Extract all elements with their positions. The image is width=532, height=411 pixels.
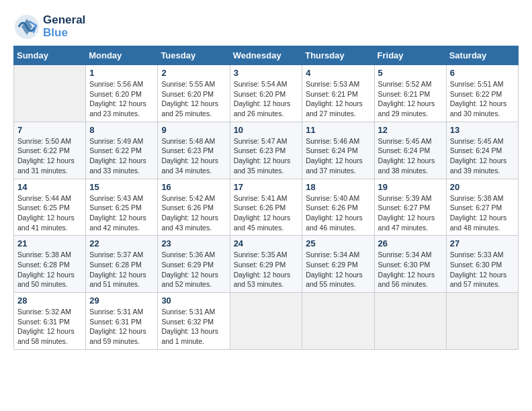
calendar-cell: 21Sunrise: 5:38 AM Sunset: 6:28 PM Dayli… — [14, 236, 86, 293]
calendar-cell: 2Sunrise: 5:55 AM Sunset: 6:20 PM Daylig… — [158, 65, 230, 122]
page-header: General Blue — [13, 13, 519, 40]
day-number: 13 — [450, 125, 515, 135]
calendar-cell — [14, 65, 86, 122]
day-info: Sunrise: 5:46 AM Sunset: 6:24 PM Dayligh… — [306, 136, 370, 176]
day-info: Sunrise: 5:31 AM Sunset: 6:31 PM Dayligh… — [89, 307, 154, 347]
day-info: Sunrise: 5:36 AM Sunset: 6:29 PM Dayligh… — [161, 250, 226, 289]
calendar-cell: 18Sunrise: 5:40 AM Sunset: 6:26 PM Dayli… — [302, 179, 374, 236]
calendar-cell — [230, 293, 302, 350]
calendar-cell: 4Sunrise: 5:53 AM Sunset: 6:21 PM Daylig… — [302, 65, 374, 122]
weekday-header: Wednesday — [230, 46, 302, 65]
day-number: 16 — [161, 182, 226, 192]
day-info: Sunrise: 5:44 AM Sunset: 6:25 PM Dayligh… — [17, 193, 82, 233]
day-info: Sunrise: 5:55 AM Sunset: 6:20 PM Dayligh… — [161, 79, 226, 119]
weekday-header: Tuesday — [158, 46, 230, 65]
day-info: Sunrise: 5:37 AM Sunset: 6:28 PM Dayligh… — [89, 250, 154, 289]
day-number: 19 — [378, 182, 443, 192]
calendar-cell: 27Sunrise: 5:33 AM Sunset: 6:30 PM Dayli… — [446, 236, 518, 293]
calendar-week-row: 21Sunrise: 5:38 AM Sunset: 6:28 PM Dayli… — [14, 236, 519, 293]
weekday-header: Monday — [86, 46, 158, 65]
calendar-cell — [446, 293, 518, 350]
day-info: Sunrise: 5:33 AM Sunset: 6:30 PM Dayligh… — [450, 250, 515, 289]
weekday-header: Saturday — [446, 46, 518, 65]
calendar-cell: 7Sunrise: 5:50 AM Sunset: 6:22 PM Daylig… — [14, 122, 86, 179]
day-number: 9 — [161, 125, 226, 135]
day-info: Sunrise: 5:54 AM Sunset: 6:20 PM Dayligh… — [234, 79, 299, 119]
day-number: 10 — [234, 125, 299, 135]
calendar-cell: 30Sunrise: 5:31 AM Sunset: 6:32 PM Dayli… — [158, 293, 230, 350]
weekday-header: Friday — [374, 46, 446, 65]
day-info: Sunrise: 5:45 AM Sunset: 6:24 PM Dayligh… — [378, 136, 443, 176]
day-number: 14 — [17, 182, 82, 192]
day-number: 30 — [161, 295, 226, 306]
day-info: Sunrise: 5:53 AM Sunset: 6:21 PM Dayligh… — [306, 79, 370, 119]
day-number: 26 — [378, 238, 443, 248]
calendar-cell: 1Sunrise: 5:56 AM Sunset: 6:20 PM Daylig… — [86, 65, 158, 122]
day-number: 20 — [450, 182, 515, 192]
calendar-cell: 17Sunrise: 5:41 AM Sunset: 6:26 PM Dayli… — [230, 179, 302, 236]
weekday-header: Thursday — [302, 46, 374, 65]
day-number: 28 — [17, 295, 82, 306]
logo-text-line2: Blue — [43, 27, 85, 40]
calendar-cell: 12Sunrise: 5:45 AM Sunset: 6:24 PM Dayli… — [374, 122, 446, 179]
day-info: Sunrise: 5:39 AM Sunset: 6:27 PM Dayligh… — [378, 193, 443, 233]
day-info: Sunrise: 5:48 AM Sunset: 6:23 PM Dayligh… — [161, 136, 226, 176]
calendar-cell: 5Sunrise: 5:52 AM Sunset: 6:21 PM Daylig… — [374, 65, 446, 122]
day-info: Sunrise: 5:38 AM Sunset: 6:27 PM Dayligh… — [450, 193, 515, 233]
calendar-cell: 22Sunrise: 5:37 AM Sunset: 6:28 PM Dayli… — [86, 236, 158, 293]
day-number: 6 — [450, 68, 515, 78]
calendar-cell: 20Sunrise: 5:38 AM Sunset: 6:27 PM Dayli… — [446, 179, 518, 236]
day-info: Sunrise: 5:45 AM Sunset: 6:24 PM Dayligh… — [450, 136, 515, 176]
day-info: Sunrise: 5:32 AM Sunset: 6:31 PM Dayligh… — [17, 307, 82, 347]
day-info: Sunrise: 5:40 AM Sunset: 6:26 PM Dayligh… — [306, 193, 370, 233]
calendar-cell: 26Sunrise: 5:34 AM Sunset: 6:30 PM Dayli… — [374, 236, 446, 293]
calendar-cell — [302, 293, 374, 350]
day-number: 25 — [306, 238, 370, 248]
day-number: 15 — [89, 182, 154, 192]
calendar-cell: 29Sunrise: 5:31 AM Sunset: 6:31 PM Dayli… — [86, 293, 158, 350]
calendar-cell: 9Sunrise: 5:48 AM Sunset: 6:23 PM Daylig… — [158, 122, 230, 179]
day-number: 4 — [306, 68, 370, 78]
day-number: 18 — [306, 182, 370, 192]
day-number: 12 — [378, 125, 443, 135]
calendar-cell: 6Sunrise: 5:51 AM Sunset: 6:22 PM Daylig… — [446, 65, 518, 122]
calendar-cell: 11Sunrise: 5:46 AM Sunset: 6:24 PM Dayli… — [302, 122, 374, 179]
day-number: 22 — [89, 238, 154, 248]
day-number: 27 — [450, 238, 515, 248]
day-info: Sunrise: 5:56 AM Sunset: 6:20 PM Dayligh… — [89, 79, 154, 119]
day-info: Sunrise: 5:43 AM Sunset: 6:25 PM Dayligh… — [89, 193, 154, 233]
calendar-cell: 8Sunrise: 5:49 AM Sunset: 6:22 PM Daylig… — [86, 122, 158, 179]
calendar-cell: 23Sunrise: 5:36 AM Sunset: 6:29 PM Dayli… — [158, 236, 230, 293]
calendar-body: 1Sunrise: 5:56 AM Sunset: 6:20 PM Daylig… — [14, 65, 519, 350]
day-info: Sunrise: 5:34 AM Sunset: 6:30 PM Dayligh… — [378, 250, 443, 289]
day-number: 21 — [17, 238, 82, 248]
day-number: 23 — [161, 238, 226, 248]
calendar-cell: 24Sunrise: 5:35 AM Sunset: 6:29 PM Dayli… — [230, 236, 302, 293]
day-info: Sunrise: 5:52 AM Sunset: 6:21 PM Dayligh… — [378, 79, 443, 119]
day-number: 11 — [306, 125, 370, 135]
calendar-week-row: 7Sunrise: 5:50 AM Sunset: 6:22 PM Daylig… — [14, 122, 519, 179]
calendar-week-row: 1Sunrise: 5:56 AM Sunset: 6:20 PM Daylig… — [14, 65, 519, 122]
day-number: 17 — [234, 182, 299, 192]
calendar-cell: 15Sunrise: 5:43 AM Sunset: 6:25 PM Dayli… — [86, 179, 158, 236]
logo-icon — [13, 13, 40, 40]
calendar-cell: 28Sunrise: 5:32 AM Sunset: 6:31 PM Dayli… — [14, 293, 86, 350]
calendar-cell: 25Sunrise: 5:34 AM Sunset: 6:29 PM Dayli… — [302, 236, 374, 293]
calendar-cell: 16Sunrise: 5:42 AM Sunset: 6:26 PM Dayli… — [158, 179, 230, 236]
day-info: Sunrise: 5:34 AM Sunset: 6:29 PM Dayligh… — [306, 250, 370, 289]
calendar-table: SundayMondayTuesdayWednesdayThursdayFrid… — [13, 46, 519, 350]
day-number: 7 — [17, 125, 82, 135]
day-number: 5 — [378, 68, 443, 78]
day-info: Sunrise: 5:51 AM Sunset: 6:22 PM Dayligh… — [450, 79, 515, 119]
calendar-cell — [374, 293, 446, 350]
day-number: 29 — [89, 295, 154, 306]
calendar-week-row: 28Sunrise: 5:32 AM Sunset: 6:31 PM Dayli… — [14, 293, 519, 350]
calendar-header-row: SundayMondayTuesdayWednesdayThursdayFrid… — [14, 46, 519, 65]
logo-text-line1: General — [43, 14, 85, 27]
day-number: 1 — [89, 68, 154, 78]
day-info: Sunrise: 5:35 AM Sunset: 6:29 PM Dayligh… — [234, 250, 299, 289]
day-info: Sunrise: 5:49 AM Sunset: 6:22 PM Dayligh… — [89, 136, 154, 176]
day-number: 2 — [161, 68, 226, 78]
day-info: Sunrise: 5:47 AM Sunset: 6:23 PM Dayligh… — [234, 136, 299, 176]
day-info: Sunrise: 5:42 AM Sunset: 6:26 PM Dayligh… — [161, 193, 226, 233]
